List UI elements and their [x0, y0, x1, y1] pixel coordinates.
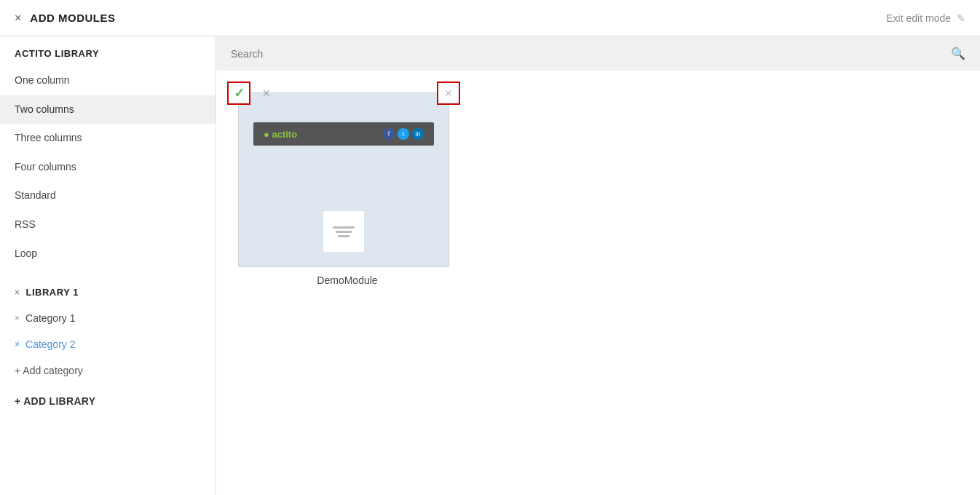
sidebar-item-one-column[interactable]: One column: [0, 66, 216, 95]
exit-edit-label: Exit edit mode: [886, 12, 951, 24]
close-header-icon[interactable]: ×: [15, 12, 21, 25]
module-confirm-button[interactable]: ✓: [227, 82, 250, 105]
sidebar-item-three-columns[interactable]: Three columns: [0, 124, 216, 153]
search-icon[interactable]: 🔍: [951, 47, 965, 60]
sidebar-item-rss[interactable]: RSS: [0, 210, 216, 239]
category2-label: Category 2: [25, 338, 75, 350]
sidebar-category-1[interactable]: × Category 1: [0, 305, 216, 331]
actito-library-title: ACTITO LIBRARY: [0, 48, 216, 66]
main-layout: ACTITO LIBRARY One column Two columns Th…: [0, 36, 980, 495]
add-library-button[interactable]: + ADD LIBRARY: [0, 384, 216, 414]
module-grid: ✓ ✕ ✕ ● actito: [216, 71, 980, 495]
dismiss-icon: ✕: [262, 87, 271, 99]
search-bar: 🔍: [216, 36, 980, 71]
sidebar-item-standard[interactable]: Standard: [0, 181, 216, 210]
module-close-button[interactable]: ✕: [437, 82, 460, 105]
module-icon-placeholder: [323, 211, 364, 252]
module-dismiss-button[interactable]: ✕: [255, 82, 278, 105]
module-card-inner: ✓ ✕ ✕ ● actito: [238, 92, 449, 267]
module-preview: ● actito f t in: [239, 93, 448, 266]
icon-line-short: [338, 235, 349, 237]
linkedin-icon: in: [412, 128, 424, 140]
module-name: DemoModule: [238, 274, 457, 286]
module-icon-lines: [333, 226, 355, 237]
social-icons: f t in: [383, 128, 424, 140]
app-header: × ADD MODULES Exit edit mode ✎: [0, 0, 980, 36]
facebook-icon: f: [383, 128, 395, 140]
twitter-icon: t: [398, 128, 409, 140]
icon-line-medium: [336, 231, 352, 233]
preview-banner: ● actito f t in: [253, 122, 434, 146]
search-input[interactable]: [231, 48, 770, 60]
category1-label: Category 1: [25, 312, 75, 324]
close-icon: ✕: [444, 87, 453, 99]
header-left: × ADD MODULES: [15, 12, 116, 25]
add-library-label: + ADD LIBRARY: [15, 395, 95, 407]
check-icon: ✓: [234, 85, 245, 101]
category1-remove-icon[interactable]: ×: [15, 313, 20, 323]
module-card-demo: ✓ ✕ ✕ ● actito: [238, 92, 457, 286]
sidebar-item-loop[interactable]: Loop: [0, 239, 216, 269]
library1-title: LIBRARY 1: [26, 287, 79, 298]
main-content: 🔍 ✓ ✕ ✕: [216, 36, 980, 495]
library1-header: × LIBRARY 1: [0, 280, 216, 305]
sidebar-item-four-columns[interactable]: Four columns: [0, 153, 216, 182]
sidebar: ACTITO LIBRARY One column Two columns Th…: [0, 36, 216, 495]
library1-collapse-icon[interactable]: ×: [15, 288, 20, 298]
sidebar-category-2[interactable]: × Category 2: [0, 331, 216, 357]
page-title: ADD MODULES: [30, 12, 115, 24]
category2-remove-icon[interactable]: ×: [15, 339, 20, 349]
add-category-label: + Add category: [15, 365, 83, 376]
icon-line-long: [333, 226, 355, 229]
actito-logo: ● actito: [264, 129, 297, 140]
add-category-button[interactable]: + Add category: [0, 357, 216, 384]
sidebar-item-two-columns[interactable]: Two columns: [0, 95, 216, 124]
edit-icon: ✎: [957, 12, 965, 24]
exit-edit-mode-button[interactable]: Exit edit mode ✎: [886, 12, 965, 24]
